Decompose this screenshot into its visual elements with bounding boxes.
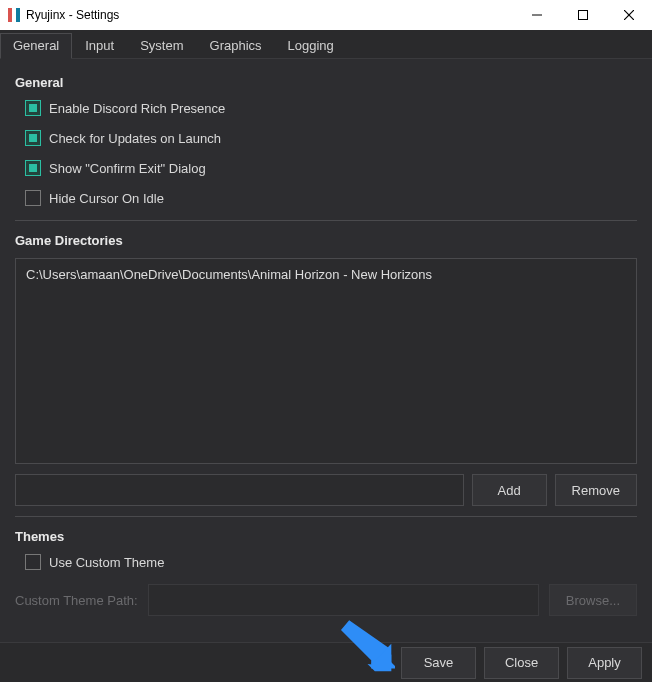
checkbox-icon: [25, 130, 41, 146]
remove-button[interactable]: Remove: [555, 474, 637, 506]
settings-content: General Enable Discord Rich Presence Che…: [0, 59, 652, 642]
apply-button[interactable]: Apply: [567, 647, 642, 679]
svg-rect-1: [579, 11, 588, 20]
save-button[interactable]: Save: [401, 647, 476, 679]
section-general-heading: General: [15, 75, 637, 90]
theme-path-input: [148, 584, 539, 616]
option-check-updates[interactable]: Check for Updates on Launch: [25, 130, 637, 146]
tab-logging[interactable]: Logging: [275, 33, 347, 58]
maximize-button[interactable]: [560, 0, 606, 30]
game-dir-input[interactable]: [15, 474, 464, 506]
option-label: Check for Updates on Launch: [49, 131, 221, 146]
window-title: Ryujinx - Settings: [26, 8, 119, 22]
checkbox-icon: [25, 190, 41, 206]
game-directories-list[interactable]: C:\Users\amaan\OneDrive\Documents\Animal…: [15, 258, 637, 464]
tab-graphics[interactable]: Graphics: [197, 33, 275, 58]
close-window-button[interactable]: [606, 0, 652, 30]
checkbox-icon: [25, 554, 41, 570]
minimize-button[interactable]: [514, 0, 560, 30]
option-label: Show "Confirm Exit" Dialog: [49, 161, 206, 176]
add-button[interactable]: Add: [472, 474, 547, 506]
option-label: Use Custom Theme: [49, 555, 164, 570]
option-confirm-exit[interactable]: Show "Confirm Exit" Dialog: [25, 160, 637, 176]
checkbox-icon: [25, 100, 41, 116]
footer-buttons: Save Close Apply: [0, 642, 652, 682]
option-label: Enable Discord Rich Presence: [49, 101, 225, 116]
option-discord-presence[interactable]: Enable Discord Rich Presence: [25, 100, 637, 116]
option-use-custom-theme[interactable]: Use Custom Theme: [25, 554, 637, 570]
maximize-icon: [578, 10, 588, 20]
minimize-icon: [532, 10, 542, 20]
settings-tabs: General Input System Graphics Logging: [0, 30, 652, 59]
divider: [15, 220, 637, 221]
section-game-dirs-heading: Game Directories: [15, 233, 637, 248]
titlebar: Ryujinx - Settings: [0, 0, 652, 30]
app-icon: [8, 8, 20, 22]
option-hide-cursor[interactable]: Hide Cursor On Idle: [25, 190, 637, 206]
divider: [15, 516, 637, 517]
theme-path-label: Custom Theme Path:: [15, 593, 138, 608]
checkbox-icon: [25, 160, 41, 176]
tab-input[interactable]: Input: [72, 33, 127, 58]
list-item[interactable]: C:\Users\amaan\OneDrive\Documents\Animal…: [26, 267, 626, 282]
close-button[interactable]: Close: [484, 647, 559, 679]
browse-button: Browse...: [549, 584, 637, 616]
tab-system[interactable]: System: [127, 33, 196, 58]
option-label: Hide Cursor On Idle: [49, 191, 164, 206]
tab-general[interactable]: General: [0, 33, 72, 59]
close-icon: [624, 10, 634, 20]
section-themes-heading: Themes: [15, 529, 637, 544]
